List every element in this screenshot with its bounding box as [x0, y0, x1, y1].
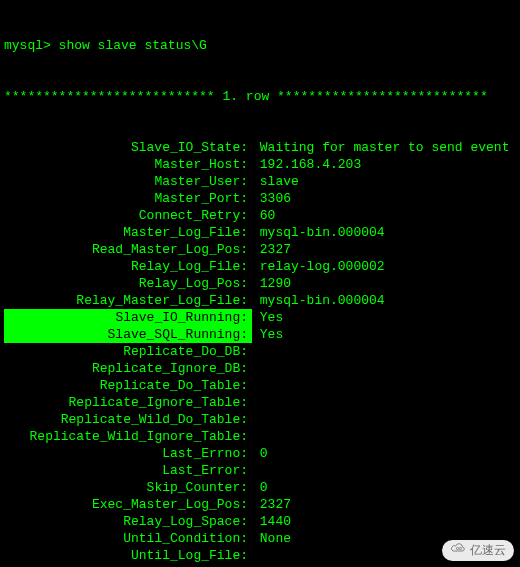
field-value: 1290: [252, 275, 291, 292]
cloud-icon: [450, 542, 466, 559]
status-row: Replicate_Do_DB:: [4, 343, 516, 360]
field-label: Relay_Log_File:: [4, 258, 252, 275]
field-value: 0: [252, 445, 268, 462]
status-row: Slave_IO_State: Waiting for master to se…: [4, 139, 516, 156]
terminal-output: mysql> show slave status\G *************…: [0, 0, 520, 567]
svg-point-0: [459, 547, 461, 549]
status-row: Master_Log_File: mysql-bin.000004: [4, 224, 516, 241]
field-label: Skip_Counter:: [4, 479, 252, 496]
status-row: Master_Host: 192.168.4.203: [4, 156, 516, 173]
status-row: Replicate_Ignore_Table:: [4, 394, 516, 411]
status-row: Relay_Master_Log_File: mysql-bin.000004: [4, 292, 516, 309]
field-value: 1440: [252, 513, 291, 530]
status-row: Exec_Master_Log_Pos: 2327: [4, 496, 516, 513]
status-row: Master_User: slave: [4, 173, 516, 190]
field-label: Replicate_Do_Table:: [4, 377, 252, 394]
field-value: [252, 411, 260, 428]
field-label: Slave_SQL_Running:: [4, 326, 252, 343]
field-value: 2327: [252, 241, 291, 258]
status-row: Connect_Retry: 60: [4, 207, 516, 224]
field-value: [252, 394, 260, 411]
field-value: mysql-bin.000004: [252, 224, 385, 241]
status-row: Replicate_Wild_Ignore_Table:: [4, 428, 516, 445]
watermark-text: 亿速云: [470, 542, 506, 559]
status-row: Last_Error:: [4, 462, 516, 479]
field-value: mysql-bin.000004: [252, 292, 385, 309]
field-value: 192.168.4.203: [252, 156, 361, 173]
field-label: Last_Errno:: [4, 445, 252, 462]
field-label: Master_Port:: [4, 190, 252, 207]
field-value: Waiting for master to send event: [252, 139, 509, 156]
field-value: slave: [252, 173, 299, 190]
field-value: Yes: [252, 326, 283, 343]
status-fields: Slave_IO_State: Waiting for master to se…: [4, 139, 516, 567]
field-value: [252, 462, 260, 479]
field-label: Relay_Master_Log_File:: [4, 292, 252, 309]
field-value: [252, 377, 260, 394]
status-row: Slave_SQL_Running: Yes: [4, 326, 516, 343]
field-label: Master_Log_File:: [4, 224, 252, 241]
status-row: Until_Log_File:: [4, 547, 516, 564]
status-row: Until_Condition: None: [4, 530, 516, 547]
field-label: Replicate_Do_DB:: [4, 343, 252, 360]
row-separator: *************************** 1. row *****…: [4, 88, 516, 105]
field-value: 0: [252, 479, 268, 496]
status-row: Read_Master_Log_Pos: 2327: [4, 241, 516, 258]
field-value: None: [252, 530, 291, 547]
field-label: Replicate_Ignore_DB:: [4, 360, 252, 377]
status-row: Replicate_Ignore_DB:: [4, 360, 516, 377]
status-row: Replicate_Do_Table:: [4, 377, 516, 394]
field-label: Last_Error:: [4, 462, 252, 479]
field-label: Until_Log_File:: [4, 547, 252, 564]
field-value: relay-log.000002: [252, 258, 385, 275]
field-value: [252, 547, 260, 564]
field-label: Relay_Log_Pos:: [4, 275, 252, 292]
field-label: Master_Host:: [4, 156, 252, 173]
field-label: Slave_IO_Running:: [4, 309, 252, 326]
status-row: Replicate_Wild_Do_Table:: [4, 411, 516, 428]
field-value: 2327: [252, 496, 291, 513]
field-value: Yes: [252, 309, 283, 326]
field-label: Replicate_Wild_Ignore_Table:: [4, 428, 252, 445]
field-value: 3306: [252, 190, 291, 207]
separator-text: *************************** 1. row *****…: [4, 88, 488, 105]
field-value: [252, 428, 260, 445]
status-row: Last_Errno: 0: [4, 445, 516, 462]
field-value: [252, 360, 260, 377]
field-label: Master_User:: [4, 173, 252, 190]
status-row: Skip_Counter: 0: [4, 479, 516, 496]
watermark-badge: 亿速云: [442, 540, 514, 561]
status-row: Master_Port: 3306: [4, 190, 516, 207]
field-value: [252, 343, 260, 360]
prompt-line: mysql> show slave status\G: [4, 37, 516, 54]
field-label: Until_Condition:: [4, 530, 252, 547]
status-row: Relay_Log_Pos: 1290: [4, 275, 516, 292]
prompt: mysql> show slave status\G: [4, 37, 207, 54]
field-label: Replicate_Ignore_Table:: [4, 394, 252, 411]
field-label: Exec_Master_Log_Pos:: [4, 496, 252, 513]
status-row: Slave_IO_Running: Yes: [4, 309, 516, 326]
field-label: Slave_IO_State:: [4, 139, 252, 156]
field-value: 60: [252, 207, 275, 224]
status-row: Relay_Log_File: relay-log.000002: [4, 258, 516, 275]
field-label: Relay_Log_Space:: [4, 513, 252, 530]
svg-point-1: [456, 547, 458, 549]
field-label: Connect_Retry:: [4, 207, 252, 224]
status-row: Relay_Log_Space: 1440: [4, 513, 516, 530]
field-label: Replicate_Wild_Do_Table:: [4, 411, 252, 428]
field-label: Read_Master_Log_Pos:: [4, 241, 252, 258]
